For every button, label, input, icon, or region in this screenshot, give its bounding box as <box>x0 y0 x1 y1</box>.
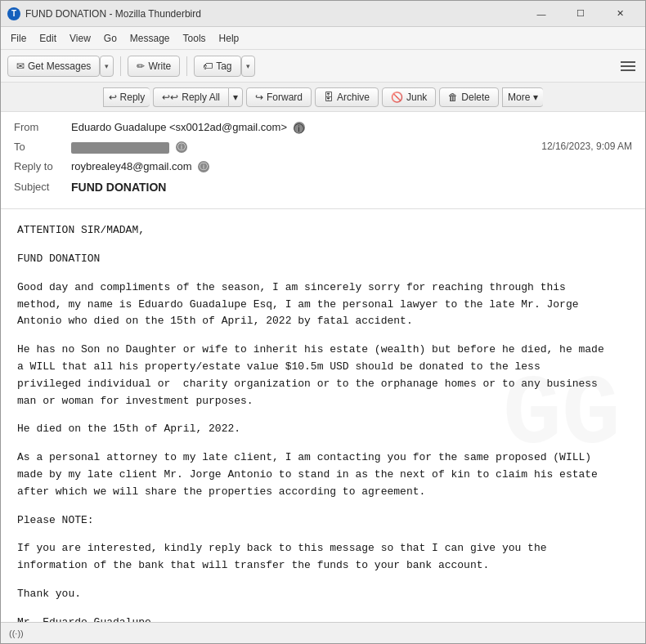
to-row: To ⓘ 12/16/2023, 9:09 AM <box>14 140 632 154</box>
email-body: GG ATTENTION SIR/MADAM, FUND DONATION Go… <box>1 209 645 622</box>
get-messages-group: ✉ Get Messages ▾ <box>7 56 114 77</box>
reply-to-address: roybrealey48@gmail.com <box>71 160 192 172</box>
to-redacted-address <box>71 142 169 154</box>
tag-button[interactable]: 🏷 Tag <box>194 56 240 77</box>
body-signature: Mr. Eduardo Guadalupe.Solicitor and Lega… <box>17 615 629 622</box>
archive-icon: 🗄 <box>324 92 334 103</box>
get-messages-button[interactable]: ✉ Get Messages <box>7 56 100 77</box>
tag-dropdown[interactable]: ▾ <box>241 56 255 77</box>
delete-icon: 🗑 <box>448 92 458 103</box>
archive-label: Archive <box>337 92 370 103</box>
body-thank-you: Thank you. <box>17 586 629 603</box>
subject-row: Subject FUND DONATION <box>14 180 632 196</box>
more-group: More ▾ <box>502 87 543 107</box>
menu-view[interactable]: View <box>63 29 97 47</box>
write-button[interactable]: ✏ Write <box>128 56 180 77</box>
tag-label: Tag <box>216 60 231 72</box>
junk-icon: 🚫 <box>391 92 403 103</box>
window-controls: — ☐ ✕ <box>523 2 639 25</box>
menu-bar: File Edit View Go Message Tools Help <box>1 27 645 50</box>
chevron-down-icon-2: ▾ <box>246 62 250 70</box>
subject-label: Subject <box>14 180 71 195</box>
title-bar: T FUND DONATION - Mozilla Thunderbird — … <box>1 1 645 27</box>
maximize-button[interactable]: ☐ <box>562 2 599 25</box>
chevron-down-icon-3: ▾ <box>233 92 238 103</box>
get-messages-icon: ✉ <box>16 60 25 72</box>
to-value: ⓘ <box>71 140 541 154</box>
from-row: From Eduardo Guadalupe <sx0012ad@gmail.c… <box>14 120 632 135</box>
menu-edit[interactable]: Edit <box>33 29 63 47</box>
body-paragraph-1: Good day and compliments of the season, … <box>17 280 629 330</box>
menu-message[interactable]: Message <box>123 29 177 47</box>
delete-button[interactable]: 🗑 Delete <box>439 87 499 107</box>
app-icon: T <box>7 7 20 20</box>
reply-to-value: roybrealey48@gmail.com ⓘ <box>71 159 632 174</box>
subject-value: FUND DONATION <box>71 180 632 196</box>
reply-all-dropdown[interactable]: ▾ <box>228 87 243 107</box>
body-subject-line: FUND DONATION <box>17 251 629 268</box>
from-info-icon[interactable]: ⓘ <box>294 122 305 133</box>
from-value: Eduardo Guadalupe <sx0012ad@gmail.com> ⓘ <box>71 120 632 135</box>
reply-to-label: Reply to <box>14 159 71 174</box>
email-date: 12/16/2023, 9:09 AM <box>541 140 632 154</box>
archive-button[interactable]: 🗄 Archive <box>315 87 379 107</box>
forward-label: Forward <box>267 92 303 103</box>
get-messages-label: Get Messages <box>28 60 91 72</box>
hamburger-menu[interactable] <box>617 58 639 74</box>
body-paragraph-3: He died on the 15th of April, 2022. <box>17 421 629 438</box>
reply-all-icon: ↩↩ <box>162 92 178 103</box>
body-salutation: ATTENTION SIR/MADAM, <box>17 222 629 239</box>
from-label: From <box>14 120 71 135</box>
junk-button[interactable]: 🚫 Junk <box>382 87 436 107</box>
chevron-down-icon: ▾ <box>105 62 109 70</box>
junk-label: Junk <box>406 92 427 103</box>
reply-label: Reply <box>120 92 146 103</box>
body-paragraph-4: As a personal attorney to my late client… <box>17 449 629 500</box>
main-window: T FUND DONATION - Mozilla Thunderbird — … <box>0 0 646 644</box>
reply-group: ↩ Reply <box>103 87 150 107</box>
minimize-button[interactable]: — <box>523 2 560 25</box>
action-toolbar: ↩ Reply ↩↩ Reply All ▾ ↪ Forward 🗄 Archi… <box>1 83 645 112</box>
more-dropdown-icon: ▾ <box>533 92 538 103</box>
tag-group: 🏷 Tag ▾ <box>194 56 254 77</box>
forward-icon: ↪ <box>255 92 263 103</box>
write-label: Write <box>148 60 171 72</box>
menu-go[interactable]: Go <box>97 29 123 47</box>
email-header: From Eduardo Guadalupe <sx0012ad@gmail.c… <box>1 112 645 209</box>
reply-to-info-icon[interactable]: ⓘ <box>198 161 209 172</box>
more-label: More <box>508 92 530 103</box>
get-messages-dropdown[interactable]: ▾ <box>100 56 114 77</box>
menu-tools[interactable]: Tools <box>177 29 213 47</box>
reply-all-button[interactable]: ↩↩ Reply All <box>153 87 228 107</box>
status-bar: ((·)) <box>1 622 645 643</box>
window-title: FUND DONATION - Mozilla Thunderbird <box>25 8 523 20</box>
menu-file[interactable]: File <box>4 29 33 47</box>
menu-help[interactable]: Help <box>213 29 246 47</box>
main-toolbar: ✉ Get Messages ▾ ✏ Write 🏷 Tag ▾ <box>1 50 645 83</box>
close-button[interactable]: ✕ <box>601 2 639 25</box>
tag-icon: 🏷 <box>203 60 213 72</box>
reply-all-label: Reply All <box>182 92 220 103</box>
reply-button[interactable]: ↩ Reply <box>103 87 150 107</box>
body-paragraph-5: Please NOTE: <box>17 512 629 530</box>
from-address: Eduardo Guadalupe <sx0012ad@gmail.com> <box>71 121 287 133</box>
to-label: To <box>14 140 71 154</box>
forward-button[interactable]: ↪ Forward <box>246 87 312 107</box>
write-icon: ✏ <box>137 60 145 72</box>
reply-icon: ↩ <box>109 92 117 103</box>
more-button[interactable]: More ▾ <box>502 87 543 107</box>
body-paragraph-2: He has no Son no Daughter or wife to inh… <box>17 342 629 409</box>
delete-label: Delete <box>461 92 490 103</box>
toolbar-separator-2 <box>186 56 187 76</box>
reply-all-group: ↩↩ Reply All ▾ <box>153 87 243 107</box>
reply-to-row: Reply to roybrealey48@gmail.com ⓘ <box>14 159 632 174</box>
toolbar-separator-1 <box>120 56 121 76</box>
wifi-icon: ((·)) <box>9 628 24 638</box>
to-info-icon[interactable]: ⓘ <box>176 141 187 153</box>
body-paragraph-6: If you are interested, kindly reply back… <box>17 540 629 575</box>
